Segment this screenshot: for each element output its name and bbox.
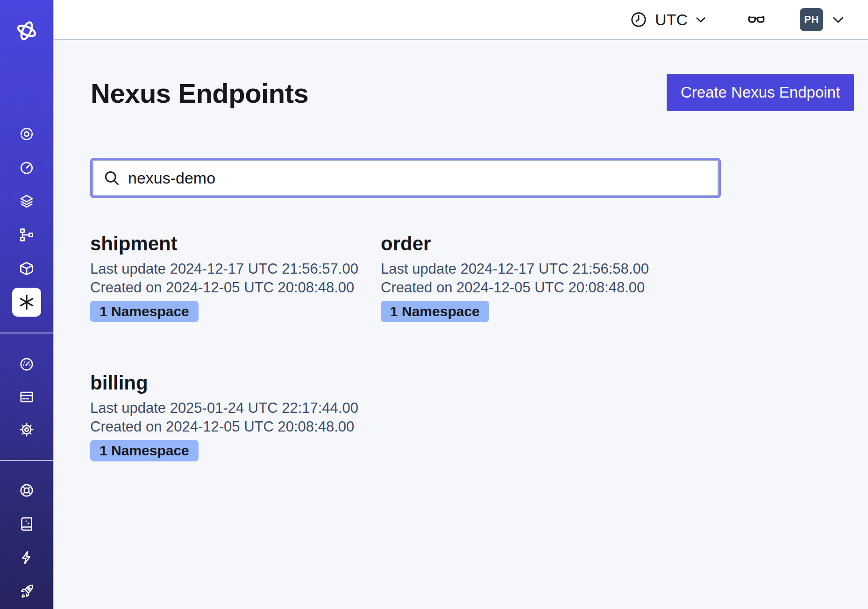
sidebar — [0, 0, 54, 609]
chevron-down-icon — [694, 13, 707, 26]
sidebar-divider — [0, 333, 53, 333]
endpoint-created: Created on 2024-12-05 UTC 20:08:48.00 — [90, 418, 381, 436]
endpoint-card-order[interactable]: order Last update 2024-12-17 UTC 21:56:5… — [381, 233, 671, 322]
namespace-badge: 1 Namespace — [90, 440, 199, 461]
endpoint-card-shipment[interactable]: shipment Last update 2024-12-17 UTC 21:5… — [90, 233, 381, 322]
search-bar — [92, 160, 719, 196]
namespaces-cube-icon[interactable] — [18, 260, 35, 277]
chevron-down-icon — [831, 12, 846, 27]
endpoint-name: billing — [90, 372, 381, 394]
timezone-label: UTC — [655, 11, 688, 29]
nav-nexus-active[interactable] — [12, 288, 41, 317]
support-lifering-icon[interactable] — [19, 482, 35, 498]
create-nexus-endpoint-button[interactable]: Create Nexus Endpoint — [667, 74, 854, 111]
endpoint-card-billing[interactable]: billing Last update 2025-01-24 UTC 22:17… — [90, 372, 381, 461]
workflows-swirl-icon[interactable] — [19, 126, 35, 142]
billing-card-icon[interactable] — [19, 389, 35, 405]
search-input[interactable] — [128, 169, 708, 187]
deployments-layers-icon[interactable] — [19, 193, 35, 209]
user-avatar[interactable]: PH — [800, 8, 823, 31]
endpoint-last-update: Last update 2025-01-24 UTC 22:17:44.00 — [90, 399, 381, 418]
namespace-badge: 1 Namespace — [381, 301, 489, 322]
batch-operations-graph-icon[interactable] — [19, 227, 35, 243]
page-title: Nexus Endpoints — [91, 78, 308, 109]
search-icon — [103, 169, 121, 187]
temporal-logo[interactable] — [15, 19, 38, 42]
user-menu-chevron[interactable] — [831, 12, 846, 27]
namespace-badge: 1 Namespace — [90, 301, 199, 322]
endpoint-grid: shipment Last update 2024-12-17 UTC 21:5… — [90, 233, 671, 461]
main-content: Nexus Endpoints Create Nexus Endpoint sh… — [54, 41, 868, 609]
docs-book-icon[interactable] — [19, 516, 35, 532]
endpoint-created: Created on 2024-12-05 UTC 20:08:48.00 — [381, 278, 671, 297]
endpoint-created: Created on 2024-12-05 UTC 20:08:48.00 — [90, 278, 381, 297]
sidebar-divider — [0, 460, 53, 461]
top-header: UTC PH — [54, 0, 868, 40]
settings-gear-icon[interactable] — [19, 422, 35, 438]
endpoint-name: shipment — [90, 233, 381, 255]
getting-started-rocket-icon[interactable] — [18, 583, 35, 600]
usage-gauge-icon[interactable] — [19, 356, 35, 372]
schedules-timer-icon[interactable] — [19, 160, 35, 176]
nexus-asterisk-icon — [17, 293, 36, 312]
clock-icon — [630, 11, 647, 28]
endpoint-name: order — [381, 233, 671, 255]
labs-glasses-icon[interactable] — [747, 10, 766, 29]
timezone-selector[interactable]: UTC — [630, 11, 707, 29]
endpoint-last-update: Last update 2024-12-17 UTC 21:56:58.00 — [381, 260, 671, 278]
endpoint-last-update: Last update 2024-12-17 UTC 21:56:57.00 — [90, 260, 381, 278]
feedback-lightning-icon[interactable] — [19, 550, 35, 566]
